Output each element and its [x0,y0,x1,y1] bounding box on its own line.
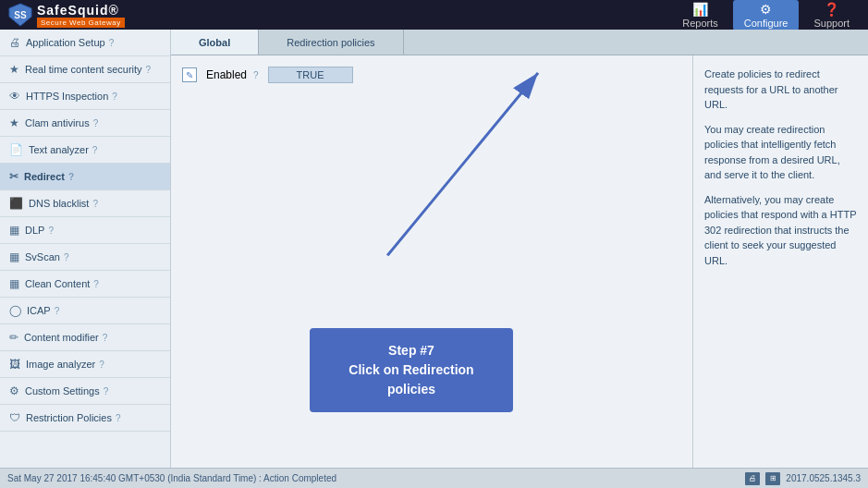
sidebar-item-label: SvScan [25,251,60,262]
logo-text: SafeSquid® Secure Web Gateway [37,3,125,28]
right-panel-para-2: You may create redirection policies that… [704,122,857,183]
redirect-icon: ✂ [9,170,18,183]
tooltip-action: Click on Redirection policies [328,360,495,399]
help-icon[interactable]: ? [116,413,121,423]
enabled-value: TRUE [268,67,353,83]
center-content: ✎ Enabled ? TRUE [171,55,692,468]
logo-shield-icon: SS [7,2,33,28]
configure-button[interactable]: ⚙ Configure [733,0,800,30]
sidebar-item-label: Text analyzer [29,144,89,155]
content-area: Global Redirection policies ✎ Enabled ? [171,30,868,468]
tab-global[interactable]: Global [171,30,259,55]
sidebar-item-label: DLP [25,225,44,236]
https-icon: 👁 [9,90,20,103]
tab-bar: Global Redirection policies [171,30,868,55]
header: SS SafeSquid® Secure Web Gateway 📊 Repor… [0,0,868,30]
enabled-label: Enabled [206,68,247,81]
sidebar-item-redirect[interactable]: ✂ Redirect ? [0,164,170,190]
help-icon[interactable]: ? [93,279,99,289]
tab-redirection-label: Redirection policies [287,37,374,48]
right-panel-para-1: Create policies to redirect requests for… [704,67,857,113]
help-icon[interactable]: ? [64,252,69,262]
tab-global-label: Global [199,37,230,48]
support-icon: ❓ [824,2,839,17]
help-icon[interactable]: ? [92,199,98,209]
support-button[interactable]: ❓ Support [802,0,861,30]
sidebar-item-clean-content[interactable]: ▦ Clean Content ? [0,271,170,298]
right-panel-para-3: Alternatively, you may create policies t… [704,192,857,269]
svscan-icon: ▦ [9,250,19,263]
help-icon[interactable]: ? [92,145,98,155]
dlp-icon: ▦ [9,224,19,237]
sidebar-item-label: Image analyzer [26,359,95,370]
help-icon[interactable]: ? [112,92,117,102]
help-icon[interactable]: ? [146,65,152,75]
tooltip-step: Step #7 [328,341,495,360]
enabled-checkbox[interactable]: ✎ [182,67,197,82]
sidebar-item-icap[interactable]: ◯ ICAP ? [0,298,170,324]
sidebar-item-label: ICAP [27,305,51,316]
help-icon[interactable]: ? [48,226,54,236]
restriction-icon: 🛡 [9,411,20,424]
clam-icon: ★ [9,116,19,129]
sidebar-item-label: Redirect [24,171,65,182]
sidebar-item-text-analyzer[interactable]: 📄 Text analyzer ? [0,137,170,164]
sidebar-item-svscan[interactable]: ▦ SvScan ? [0,244,170,271]
help-icon[interactable]: ? [93,118,99,128]
sidebar-item-label: Clam antivirus [25,117,90,128]
help-icon[interactable]: ? [68,172,74,182]
status-version: 2017.0525.1345.3 [786,473,861,483]
enabled-label-wrap: Enabled ? [206,68,259,81]
configure-icon: ⚙ [760,2,772,17]
reports-icon: 📊 [692,2,708,17]
sidebar-item-content-modifier[interactable]: ✏ Content modifier ? [0,324,170,351]
sidebar-item-restriction-policies[interactable]: 🛡 Restriction Policies ? [0,405,170,432]
sidebar-item-dlp[interactable]: ▦ DLP ? [0,217,170,244]
reports-label: Reports [682,18,718,29]
tooltip-box: Step #7 Click on Redirection policies [310,328,513,412]
help-icon[interactable]: ? [55,306,60,316]
sidebar-item-label: Restriction Policies [26,412,112,423]
status-bar: Sat May 27 2017 16:45:40 GMT+0530 (India… [0,468,868,488]
help-icon[interactable]: ? [104,386,109,396]
icap-icon: ◯ [9,304,21,317]
sidebar-item-https-inspection[interactable]: 👁 HTTPS Inspection ? [0,83,170,110]
application-setup-icon: 🖨 [9,36,20,49]
support-label: Support [813,18,850,29]
logo-name: SafeSquid® [37,3,125,18]
sidebar-item-label: Real time content security [25,64,142,75]
main-layout: 🖨 Application Setup ? ★ Real time conten… [0,30,868,468]
sidebar-item-image-analyzer[interactable]: 🖼 Image analyzer ? [0,351,170,378]
svg-line-3 [387,73,538,256]
status-icon-1[interactable]: 🖨 [745,472,760,485]
main-panel: ✎ Enabled ? TRUE [171,55,868,468]
enabled-help-icon[interactable]: ? [253,70,259,80]
sidebar-item-dns-blacklist[interactable]: ⬛ DNS blacklist ? [0,190,170,217]
sidebar-item-custom-settings[interactable]: ⚙ Custom Settings ? [0,378,170,405]
text-icon: 📄 [9,143,23,156]
status-icon-2[interactable]: ⊞ [765,472,780,485]
tab-redirection-policies[interactable]: Redirection policies [259,30,403,55]
help-icon[interactable]: ? [103,333,108,343]
sidebar-item-clam-antivirus[interactable]: ★ Clam antivirus ? [0,110,170,137]
sidebar-item-realtime-content[interactable]: ★ Real time content security ? [0,56,170,83]
svg-text:SS: SS [14,10,27,20]
edit-icon: ✎ [186,70,193,80]
sidebar-item-label: Application Setup [26,37,105,48]
sidebar: 🖨 Application Setup ? ★ Real time conten… [0,30,171,468]
sidebar-item-label: Custom Settings [25,385,100,396]
clean-icon: ▦ [9,277,19,290]
sidebar-item-label: DNS blacklist [29,198,89,209]
help-icon[interactable]: ? [109,38,115,48]
sidebar-item-label: HTTPS Inspection [26,91,108,102]
reports-button[interactable]: 📊 Reports [671,0,729,30]
sidebar-item-application-setup[interactable]: 🖨 Application Setup ? [0,30,170,56]
help-icon[interactable]: ? [99,360,104,370]
configure-label: Configure [744,18,789,29]
custom-icon: ⚙ [9,384,19,397]
sidebar-item-label: Content modifier [24,332,99,343]
logo-area: SS SafeSquid® Secure Web Gateway [7,2,671,28]
right-panel: Create policies to redirect requests for… [692,55,868,468]
content-modifier-icon: ✏ [9,331,18,344]
logo-sub: Secure Web Gateway [37,18,125,28]
